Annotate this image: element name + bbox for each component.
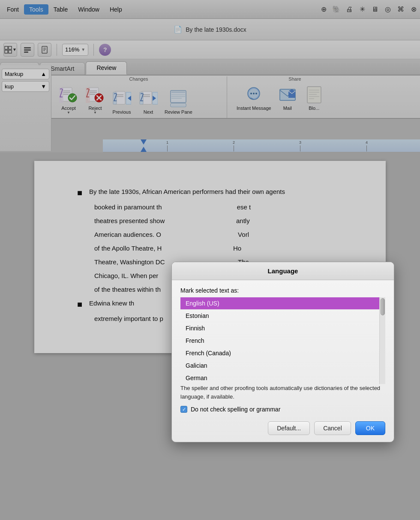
scrollbar-track[interactable] <box>379 297 385 384</box>
ok-button[interactable]: OK <box>355 421 385 435</box>
default-button[interactable]: Default... <box>268 421 310 435</box>
language-list: English (US) Estonian Finnish French Fre… <box>180 297 379 384</box>
checkbox-label: Do not check spelling or grammar <box>191 406 280 413</box>
language-list-container: English (US) Estonian Finnish French Fre… <box>180 297 385 384</box>
dialog-title: Language <box>172 262 394 280</box>
language-dialog: Language Mark selected text as: English … <box>171 262 394 442</box>
dialog-body: Mark selected text as: English (US) Esto… <box>172 280 394 442</box>
dialog-buttons: Default... Cancel OK <box>180 420 385 435</box>
spelling-checkbox[interactable]: ✓ <box>180 406 187 413</box>
dialog-note: The speller and other proofing tools aut… <box>180 384 385 401</box>
scrollbar-thumb[interactable] <box>381 298 385 315</box>
lang-english-us[interactable]: English (US) <box>180 297 379 310</box>
cancel-button[interactable]: Cancel <box>314 421 351 435</box>
dialog-overlay: Language Mark selected text as: English … <box>0 0 420 520</box>
lang-finnish[interactable]: Finnish <box>180 322 379 335</box>
lang-french-canada[interactable]: French (Canada) <box>180 347 379 360</box>
lang-estonian[interactable]: Estonian <box>180 310 379 322</box>
mark-label: Mark selected text as: <box>180 287 385 294</box>
lang-galician[interactable]: Galician <box>180 360 379 372</box>
lang-french[interactable]: French <box>180 335 379 347</box>
lang-german[interactable]: German <box>180 372 379 384</box>
checkbox-row: ✓ Do not check spelling or grammar <box>180 406 385 413</box>
